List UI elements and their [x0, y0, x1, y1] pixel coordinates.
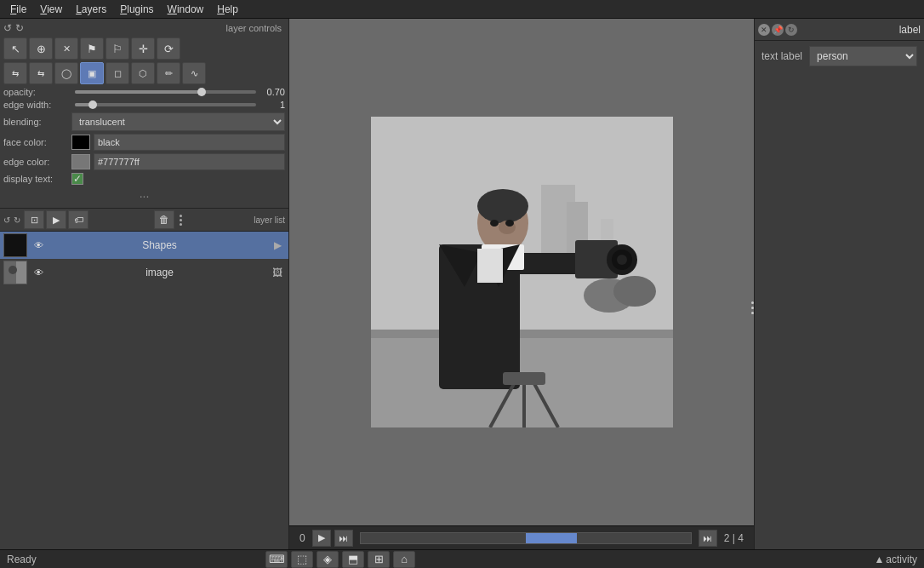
page-numbers: 2 | 4	[724, 532, 744, 544]
edge-color-swatch[interactable]	[71, 154, 90, 169]
list-undo-btn[interactable]: ↺	[3, 215, 10, 225]
face-color-input[interactable]	[94, 134, 285, 151]
frame-start: 0	[299, 532, 305, 544]
rect-select-btn[interactable]: ▣	[80, 62, 104, 84]
timeline[interactable]	[360, 532, 692, 544]
blending-select[interactable]: translucent normal multiply screen	[71, 112, 285, 131]
text-label-key: text label	[761, 50, 802, 62]
circle-select-btn[interactable]: ◯	[54, 62, 78, 84]
resize-handle[interactable]: ···	[3, 187, 285, 204]
poly-select-btn[interactable]: ⬡	[131, 62, 155, 84]
edge-width-value: 1	[260, 100, 285, 110]
grid-status-btn[interactable]: ⊞	[368, 551, 390, 568]
ctrl-undo-btn[interactable]: ↺	[3, 22, 12, 34]
layers-status-btn[interactable]: ⬚	[291, 551, 313, 568]
shapes-layer-type-icon: ▶	[270, 238, 285, 253]
layer-list-header: ↺ ↻ ⊡ ▶ 🏷 🗑 layer list	[0, 209, 288, 232]
svg-rect-23	[503, 372, 545, 385]
svg-point-13	[477, 189, 528, 223]
edge-color-input[interactable]	[94, 153, 285, 170]
panel-close-btn[interactable]: ✕	[758, 24, 770, 36]
svg-point-28	[490, 220, 499, 227]
shapes-status-btn[interactable]: ◈	[317, 551, 339, 568]
flag-tool-btn[interactable]: ⚑	[80, 37, 104, 60]
blending-row: blending: translucent normal multiply sc…	[3, 112, 285, 131]
terminal-btn[interactable]: ⌨	[265, 551, 288, 568]
link2-tool-btn[interactable]: ⇆	[29, 62, 53, 84]
path-btn[interactable]: ∿	[182, 62, 206, 84]
layer-list-menu-btn[interactable]	[178, 213, 188, 227]
play-btn[interactable]: ▶	[312, 530, 331, 547]
opacity-row: opacity: 0.70	[3, 87, 285, 97]
tools-row-1: ↖ ⊕ ✕ ⚑ ⚐ ✛ ⟳	[3, 37, 285, 60]
shapes-layer-item[interactable]: 👁 Shapes ▶	[0, 232, 288, 259]
shapes-layer-thumb	[3, 233, 27, 257]
frame-status-btn[interactable]: ⬒	[342, 551, 364, 568]
face-color-swatch[interactable]	[71, 135, 90, 150]
right-panel-header: ✕ 📌 ↻ label	[755, 19, 924, 41]
right-panel-title: label	[899, 24, 921, 36]
ctrl-redo-btn[interactable]: ↻	[15, 22, 24, 34]
layer-controls-section: ↺ ↻ layer controls ↖ ⊕ ✕ ⚑ ⚐ ✛ ⟳ ⇆ ⇆ ◯ ▣…	[0, 19, 288, 209]
canvas-area: 0 ▶ ⏭ ⏭ 2 | 4	[289, 19, 754, 549]
last-frame-btn[interactable]: ⏭	[699, 530, 717, 547]
status-bar: Ready ⌨ ⬚ ◈ ⬒ ⊞ ⌂ ▲ activity	[0, 549, 924, 568]
add-tool-btn[interactable]: ⊕	[29, 37, 53, 60]
menu-help[interactable]: Help	[210, 2, 245, 17]
home-status-btn[interactable]: ⌂	[393, 551, 415, 568]
photo-svg	[371, 117, 673, 427]
main-layout: ↺ ↻ layer controls ↖ ⊕ ✕ ⚑ ⚐ ✛ ⟳ ⇆ ⇆ ◯ ▣…	[0, 19, 924, 549]
shapes-layer-name: Shapes	[49, 239, 270, 251]
opacity-slider[interactable]	[75, 90, 256, 94]
end-btn[interactable]: ⏭	[334, 530, 353, 547]
list-redo-btn[interactable]: ↻	[14, 215, 20, 225]
activity-link[interactable]: ▲ activity	[874, 554, 917, 565]
link-tool-btn[interactable]: ⇆	[3, 62, 27, 84]
edge-width-slider[interactable]	[75, 103, 256, 106]
label-select[interactable]: person car bicycle dog cat	[809, 46, 917, 66]
display-text-checkbox[interactable]: ✓	[71, 173, 83, 185]
menu-plugins[interactable]: Plugins	[113, 2, 160, 17]
face-color-label: face color:	[3, 137, 71, 147]
flag2-tool-btn[interactable]: ⚐	[106, 37, 129, 60]
svg-point-19	[617, 255, 627, 265]
pen-btn[interactable]: ✏	[157, 62, 180, 84]
image-layer-name: image	[49, 267, 270, 278]
activity-text: activity	[886, 554, 917, 565]
image-layer-type-icon: 🖼	[270, 265, 285, 280]
new-label-layer-btn[interactable]: 🏷	[68, 210, 88, 229]
panel-refresh-btn[interactable]: ↻	[785, 24, 797, 36]
canvas-image	[371, 117, 673, 427]
move-tool-btn[interactable]: ✛	[131, 37, 155, 60]
new-points-layer-btn[interactable]: ⊡	[24, 210, 44, 229]
opacity-label: opacity:	[3, 87, 71, 97]
canvas-container[interactable]	[289, 19, 754, 525]
select-tool-btn[interactable]: ↖	[3, 37, 27, 60]
bottom-tools: ⌨ ⬚ ◈ ⬒ ⊞ ⌂	[265, 551, 415, 568]
canvas-kebab-menu[interactable]	[748, 298, 757, 318]
svg-point-2	[9, 266, 17, 274]
image-layer-item[interactable]: 👁 image 🖼	[0, 259, 288, 286]
remove-tool-btn[interactable]: ✕	[54, 37, 78, 60]
new-shapes-layer-btn[interactable]: ▶	[46, 210, 66, 229]
menu-bar: File View Layers Plugins Window Help	[0, 0, 924, 19]
activity-arrow-icon: ▲	[874, 554, 884, 565]
opacity-value: 0.70	[260, 87, 285, 97]
panel-pin-btn[interactable]: 📌	[772, 24, 784, 36]
display-text-label: display text:	[3, 174, 71, 184]
rotate-tool-btn[interactable]: ⟳	[157, 37, 180, 60]
svg-point-29	[505, 220, 514, 227]
layer-list-title: layer list	[254, 215, 285, 225]
display-text-row: display text: ✓	[3, 173, 285, 185]
menu-file[interactable]: File	[3, 2, 33, 17]
left-panel: ↺ ↻ layer controls ↖ ⊕ ✕ ⚑ ⚐ ✛ ⟳ ⇆ ⇆ ◯ ▣…	[0, 19, 289, 549]
menu-view[interactable]: View	[33, 2, 69, 17]
lasso-btn[interactable]: ◻	[106, 62, 129, 84]
tools-row-2: ⇆ ⇆ ◯ ▣ ◻ ⬡ ✏ ∿	[3, 62, 285, 84]
image-layer-eye[interactable]: 👁	[31, 265, 46, 280]
menu-window[interactable]: Window	[161, 2, 211, 17]
status-text: Ready	[7, 554, 37, 565]
menu-layers[interactable]: Layers	[69, 2, 113, 17]
shapes-layer-eye[interactable]: 👁	[31, 238, 46, 253]
delete-layer-btn[interactable]: 🗑	[154, 210, 174, 229]
